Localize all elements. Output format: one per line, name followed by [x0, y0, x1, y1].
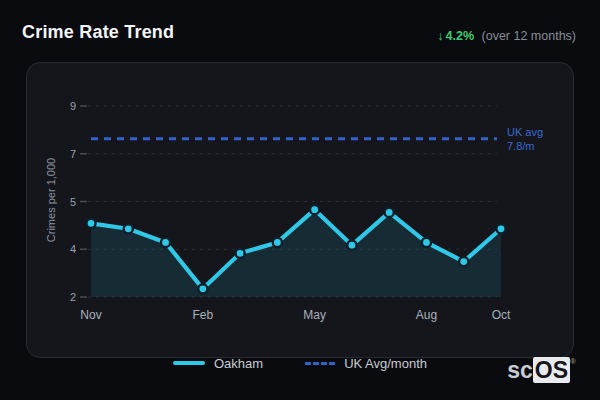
data-point-may[interactable]	[310, 205, 319, 214]
registered-mark: ®	[570, 357, 576, 366]
data-point-aug[interactable]	[422, 238, 431, 247]
uk-avg-annotation-line2: 7.8/m	[507, 139, 543, 153]
data-point-nov[interactable]	[86, 219, 95, 228]
y-tick-label: 2	[70, 291, 76, 303]
x-tick-label: Oct	[492, 308, 511, 322]
data-point-apr[interactable]	[273, 238, 282, 247]
legend-item-oakham[interactable]: Oakham	[173, 356, 263, 371]
data-point-mar[interactable]	[235, 249, 244, 258]
y-tick-label: 9	[70, 100, 76, 112]
x-tick-label: May	[303, 308, 326, 322]
uk-avg-line-swatch	[305, 362, 335, 365]
legend-label-oakham: Oakham	[214, 356, 263, 371]
data-point-feb[interactable]	[198, 284, 207, 293]
data-point-sep[interactable]	[459, 257, 468, 266]
oakham-line-swatch	[173, 361, 205, 365]
uk-avg-annotation: UK avg 7.8/m	[507, 125, 543, 153]
x-tick-label: Nov	[80, 308, 101, 322]
data-point-dec[interactable]	[124, 224, 133, 233]
x-tick-label: Aug	[416, 308, 437, 322]
legend-item-uk-avg[interactable]: UK Avg/month	[305, 356, 427, 371]
legend-label-uk-avg: UK Avg/month	[344, 356, 427, 371]
crime-trend-chart: 97542NovFebMayAugOct	[0, 0, 600, 400]
crime-rate-dashboard: Crime Rate Trend ↓4.2% (over 12 months) …	[0, 0, 600, 400]
oakham-area-fill	[91, 210, 501, 297]
y-axis-title: Crimes per 1,000	[45, 134, 59, 266]
data-point-jun[interactable]	[347, 241, 356, 250]
logo-suffix: OS	[533, 357, 570, 383]
data-point-jul[interactable]	[385, 208, 394, 217]
data-point-jan[interactable]	[161, 238, 170, 247]
logo-prefix: sc	[507, 357, 533, 383]
uk-avg-annotation-line1: UK avg	[507, 125, 543, 139]
y-tick-label: 5	[70, 196, 76, 208]
data-point-oct[interactable]	[496, 224, 505, 233]
x-tick-label: Feb	[192, 308, 213, 322]
y-tick-label: 7	[70, 148, 76, 160]
scos-logo: scOS®	[507, 357, 576, 383]
y-tick-label: 4	[70, 243, 76, 255]
